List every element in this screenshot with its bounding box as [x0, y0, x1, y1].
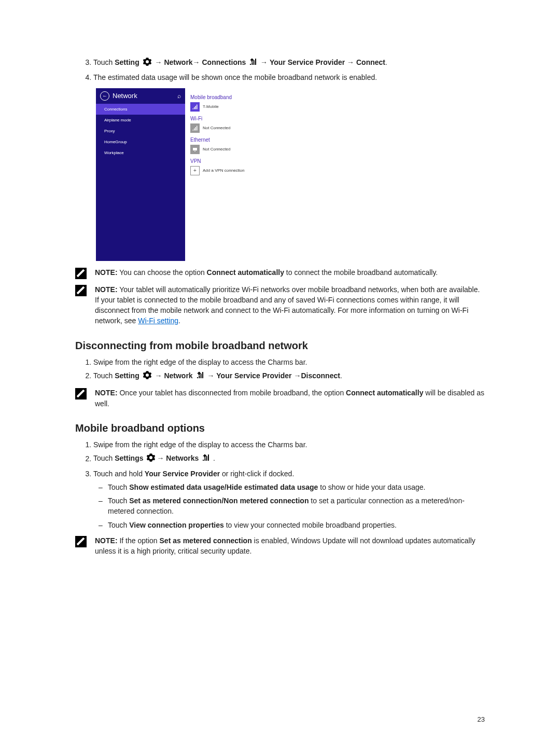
mobile-item[interactable]: T-Mobile	[190, 102, 278, 112]
disc-step-1: Swipe from the right edge of the display…	[93, 357, 485, 367]
step-3: Touch Setting → Network→ Connections → Y…	[93, 57, 485, 69]
note3-pre: Once your tablet has disconnected from m…	[118, 389, 346, 397]
ethernet-item[interactable]: Not Connected	[190, 145, 278, 154]
mobile-signal-icon	[190, 102, 200, 112]
signal-icon	[249, 58, 257, 68]
nav-connections[interactable]: Connections	[96, 104, 185, 115]
vpn-label: VPN	[190, 158, 278, 164]
opt-step-3: Touch and hold Your Service Provider or …	[93, 469, 485, 530]
sub1-pre: Touch	[108, 483, 129, 491]
note-2: NOTE: Your tablet will automatically pri…	[75, 284, 485, 326]
panel-content: Mobile broadband T-Mobile Wi-Fi Not Conn…	[185, 88, 284, 261]
sub2-pre: Touch	[108, 497, 129, 505]
heading-options: Mobile broadband options	[75, 422, 485, 434]
note3-bold: Connect automatically	[346, 389, 423, 397]
note-1: NOTE: You can choose the option Connect …	[75, 267, 485, 279]
disc-step-2: Touch Setting → Network → Your Service P…	[93, 370, 485, 382]
vpn-item[interactable]: + Add a VPN connection	[190, 166, 278, 175]
arrow: →	[193, 58, 200, 66]
panel-header: ← Network ⌕	[96, 88, 185, 104]
nav-proxy[interactable]: Proxy	[96, 126, 185, 136]
note-icon	[75, 535, 90, 557]
sub2-bold: Set as metered connection/Non metered co…	[129, 497, 309, 505]
note1-post: to connect the mobile broadband automati…	[284, 268, 438, 277]
note-label: NOTE:	[95, 536, 118, 545]
kw-setting: Setting	[115, 58, 139, 66]
gear-icon	[143, 57, 152, 69]
text: Touch	[93, 371, 115, 380]
note-label: NOTE:	[95, 285, 118, 294]
nav-homegroup[interactable]: HomeGroup	[96, 136, 185, 147]
sub1-post: to show or hide your data usage.	[318, 483, 425, 491]
plus-icon: +	[190, 166, 200, 175]
disconnect-steps: Swipe from the right edge of the display…	[75, 357, 485, 383]
kw-connect: Connect	[356, 58, 385, 66]
text: Touch	[93, 58, 115, 66]
search-icon[interactable]: ⌕	[177, 92, 181, 100]
arrow: →	[260, 58, 268, 66]
sub3-bold: View connection properties	[129, 521, 224, 529]
signal-icon	[202, 453, 210, 464]
sub-1: Touch Show estimated data usage/Hide est…	[108, 482, 485, 492]
opt-step-1: Swipe from the right edge of the display…	[93, 439, 485, 450]
mobile-name: T-Mobile	[203, 104, 219, 109]
mobile-label: Mobile broadband	[190, 94, 278, 100]
text: Touch	[93, 454, 115, 463]
note-icon	[75, 284, 90, 326]
gear-icon	[146, 453, 156, 465]
kw-network: Network	[164, 371, 192, 380]
note-4: NOTE: If the option Set as metered conne…	[75, 535, 485, 557]
nav-workplace[interactable]: Workplace	[96, 147, 185, 158]
ethernet-status: Not Connected	[203, 147, 230, 151]
signal-icon	[196, 371, 204, 382]
step-4: The estimated data usage will be shown o…	[93, 72, 485, 82]
note4-pre: If the option	[118, 536, 160, 545]
arrow: →	[293, 371, 301, 380]
ethernet-label: Ethernet	[190, 137, 278, 143]
arrow: →	[155, 371, 162, 380]
arrow: →	[347, 58, 354, 66]
note-label: NOTE:	[95, 389, 118, 397]
panel-sidebar: ← Network ⌕ Connections Airplane mode Pr…	[96, 88, 185, 261]
ethernet-icon	[190, 145, 200, 154]
note-label: NOTE:	[95, 268, 118, 277]
steps-top: Touch Setting → Network→ Connections → Y…	[75, 57, 485, 83]
sub-3: Touch View connection properties to view…	[108, 520, 485, 530]
note1-bold: Connect automatically	[207, 268, 284, 277]
kw-settings: Settings	[115, 454, 143, 463]
sub1-bold: Show estimated data usage/Hide estimated…	[129, 483, 318, 491]
options-steps: Swipe from the right edge of the display…	[75, 439, 485, 530]
note-3: NOTE: Once your tablet has disconnected …	[75, 388, 485, 409]
options-sublist: Touch Show estimated data usage/Hide est…	[93, 482, 485, 530]
note4-bold: Set as metered connection	[160, 536, 252, 545]
kw-disconnect: Disconnect	[301, 371, 340, 380]
network-settings-panel: ← Network ⌕ Connections Airplane mode Pr…	[96, 88, 284, 261]
sub3-pre: Touch	[108, 521, 129, 529]
document-page: Touch Setting → Network→ Connections → Y…	[0, 0, 560, 744]
panel-title: Network	[113, 92, 137, 100]
opt3-post: or right-click if docked.	[220, 470, 294, 478]
opt3-pre: Touch and hold	[93, 470, 145, 478]
note1-pre: You can choose the option	[118, 268, 207, 277]
arrow: →	[155, 58, 162, 66]
back-icon[interactable]: ←	[100, 91, 109, 101]
opt-step-2: Touch Settings → Networks .	[93, 453, 485, 465]
gear-icon	[143, 370, 152, 382]
heading-disconnect: Disconnecting from mobile broadband netw…	[75, 340, 485, 352]
vpn-add: Add a VPN connection	[203, 168, 245, 173]
note-icon	[75, 267, 90, 279]
wifi-item[interactable]: Not Connected	[190, 123, 278, 133]
opt3-bold: Your Service Provider	[145, 470, 220, 478]
nav-airplane[interactable]: Airplane mode	[96, 115, 185, 126]
kw-network: Network	[164, 58, 192, 66]
kw-networks: Networks	[166, 454, 199, 463]
wifi-signal-icon	[190, 123, 200, 133]
arrow: →	[157, 454, 164, 463]
sub-2: Touch Set as metered connection/Non mete…	[108, 495, 485, 517]
kw-provider: Your Service Provider	[216, 371, 291, 380]
wifi-setting-link[interactable]: Wi-Fi setting	[138, 316, 178, 325]
kw-setting: Setting	[115, 371, 139, 380]
sub3-post: to view your connected mobile broadband …	[224, 521, 397, 529]
kw-connections: Connections	[202, 58, 246, 66]
arrow: →	[207, 371, 214, 380]
